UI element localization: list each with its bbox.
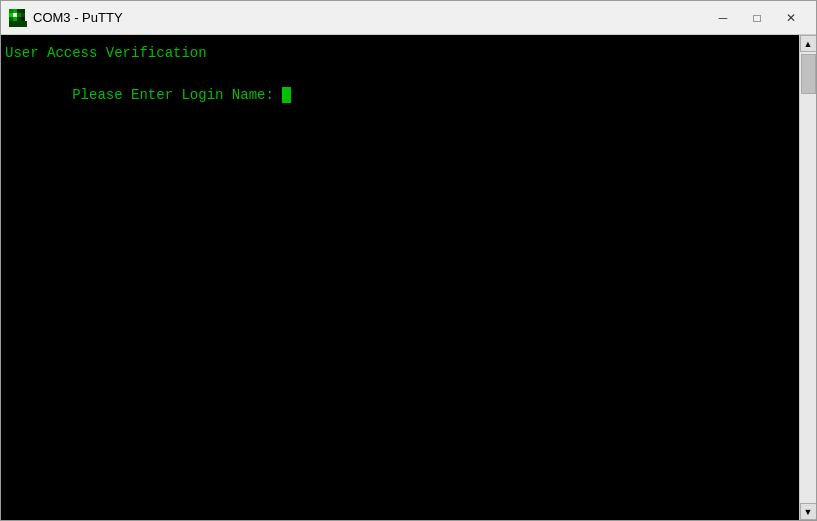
svg-rect-7 <box>13 17 17 21</box>
scroll-down-button[interactable]: ▼ <box>800 503 817 520</box>
scrollbar-vertical: ▲ ▼ <box>799 35 816 520</box>
terminal-line-1: User Access Verification <box>5 43 795 64</box>
window-controls: ─ □ ✕ <box>706 4 808 32</box>
svg-rect-6 <box>9 17 13 21</box>
svg-rect-8 <box>17 17 21 21</box>
svg-rect-4 <box>13 13 17 17</box>
close-button[interactable]: ✕ <box>774 4 808 32</box>
putty-icon <box>9 9 27 27</box>
svg-rect-3 <box>9 13 13 17</box>
minimize-button[interactable]: ─ <box>706 4 740 32</box>
scrollbar-thumb[interactable] <box>801 54 816 94</box>
terminal-area: User Access Verification Please Enter Lo… <box>1 35 816 520</box>
svg-rect-12 <box>9 21 27 27</box>
svg-rect-11 <box>21 17 25 21</box>
title-bar: COM3 - PuTTY ─ □ ✕ <box>1 1 816 35</box>
svg-rect-5 <box>17 13 21 17</box>
maximize-button[interactable]: □ <box>740 4 774 32</box>
svg-rect-0 <box>9 9 13 13</box>
terminal-line-2: Please Enter Login Name: <box>5 64 795 127</box>
window-title: COM3 - PuTTY <box>33 10 706 25</box>
svg-rect-1 <box>13 9 17 13</box>
scroll-up-button[interactable]: ▲ <box>800 35 817 52</box>
scrollbar-track[interactable] <box>800 52 816 503</box>
terminal[interactable]: User Access Verification Please Enter Lo… <box>1 35 799 520</box>
svg-rect-9 <box>21 9 25 13</box>
terminal-cursor <box>282 87 291 103</box>
putty-window: COM3 - PuTTY ─ □ ✕ User Access Verificat… <box>0 0 817 521</box>
svg-rect-2 <box>17 9 21 13</box>
svg-rect-10 <box>21 13 25 17</box>
